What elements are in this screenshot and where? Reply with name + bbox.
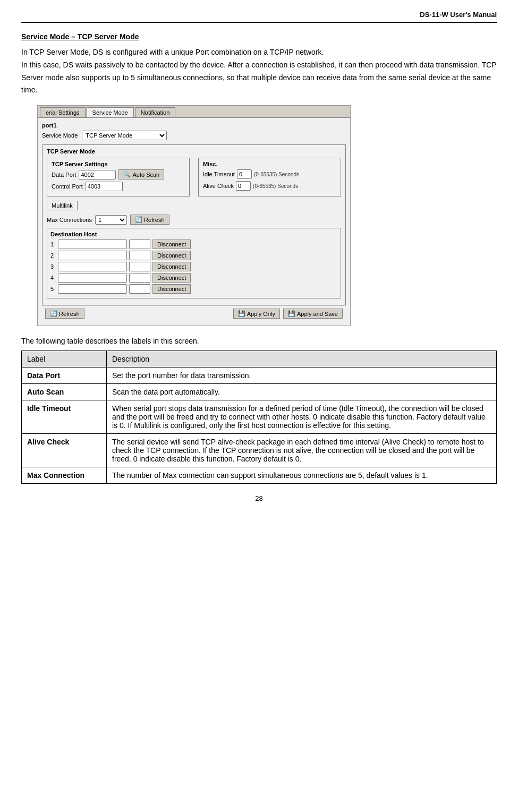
max-connections-row: Max Connections 12345 🔄 Refresh [47, 215, 341, 225]
disconnect-button-2[interactable]: Disconnect [152, 251, 191, 260]
multilink-tab[interactable]: Multilink [47, 201, 78, 210]
dest-port-input-5[interactable] [129, 284, 150, 294]
misc-box: Misc. Idle Timeout (0-65535) Seconds Ali… [198, 158, 341, 196]
max-connections-label: Max Connections [47, 217, 92, 223]
destination-host-title: Destination Host [50, 231, 337, 237]
disconnect-button-4[interactable]: Disconnect [152, 273, 191, 283]
page-number: 28 [21, 494, 497, 502]
tcp-server-label: TCP Server Mode [47, 148, 341, 155]
multilink-tab-area: Multilink [47, 201, 341, 210]
para-1: In TCP Server Mode, DS is configured wit… [21, 48, 324, 56]
dialog-body: port1 Service Mode TCP Server Mode TCP S… [38, 118, 350, 326]
destination-host-box: Destination Host 1 Disconnect 2 Di [47, 228, 341, 298]
apply-only-button[interactable]: 💾 Apply Only [233, 309, 280, 319]
manual-title: DS-11-W User's Manual [420, 11, 497, 19]
tab-notification[interactable]: Notification [135, 107, 175, 117]
auto-scan-button[interactable]: 🔍 Auto Scan [118, 169, 164, 180]
alive-check-label: Alive Check [203, 183, 234, 189]
dest-row-2: 2 Disconnect [50, 251, 337, 260]
dest-row-5: 5 Disconnect [50, 284, 337, 294]
data-table: Label Description Data Port Set the port… [21, 351, 497, 484]
service-mode-select[interactable]: TCP Server Mode [82, 131, 167, 140]
disconnect-button-3[interactable]: Disconnect [152, 262, 191, 271]
table-row: Alive Check The serial device will send … [22, 434, 497, 467]
dest-host-input-4[interactable] [58, 273, 127, 283]
table-row: Auto Scan Scan the data port automatical… [22, 384, 497, 400]
alive-check-row: Alive Check (0-65535) Seconds [203, 181, 336, 191]
idle-timeout-row: Idle Timeout (0-65535) Seconds [203, 169, 336, 179]
dest-num-3: 3 [50, 263, 56, 270]
label-data-port: Data Port [22, 367, 107, 384]
dest-row-4: 4 Disconnect [50, 273, 337, 283]
misc-title: Misc. [203, 161, 336, 167]
desc-auto-scan: Scan the data port automatically. [107, 384, 497, 400]
body-text: In TCP Server Mode, DS is configured wit… [21, 46, 497, 97]
desc-max-connection: The number of Max connection can support… [107, 467, 497, 484]
idle-timeout-range: (0-65535) Seconds [254, 172, 299, 177]
dest-num-5: 5 [50, 286, 56, 292]
dest-host-input-2[interactable] [58, 251, 127, 260]
dest-num-1: 1 [50, 241, 56, 247]
label-auto-scan: Auto Scan [22, 384, 107, 400]
tcp-server-settings: TCP Server Settings Data Port 🔍 Auto Sca… [47, 158, 190, 196]
apply-save-icon: 💾 [288, 310, 295, 317]
refresh-icon-top: 🔄 [135, 216, 142, 223]
dialog-box: erial Settings Service Mode Notification… [37, 105, 351, 326]
desc-data-port: Set the port number for data transmissio… [107, 367, 497, 384]
page-header: DS-11-W User's Manual [21, 11, 497, 23]
control-port-label: Control Port [52, 183, 83, 190]
dest-row-3: 3 Disconnect [50, 262, 337, 271]
dialog-footer: 🔄 Refresh 💾 Apply Only 💾 Apply and Save [42, 305, 346, 321]
para-2: In this case, DS waits passively to be c… [21, 61, 496, 95]
tab-serial-settings[interactable]: erial Settings [40, 107, 86, 117]
refresh-button-top[interactable]: 🔄 Refresh [130, 215, 169, 225]
service-mode-label: Service Mode [42, 132, 78, 139]
dest-host-input-3[interactable] [58, 262, 127, 271]
dest-port-input-4[interactable] [129, 273, 150, 283]
table-row: Idle Timeout When serial port stops data… [22, 400, 497, 434]
table-row: Max Connection The number of Max connect… [22, 467, 497, 484]
data-port-input[interactable] [79, 170, 116, 180]
table-intro: The following table describes the labels… [21, 337, 497, 345]
desc-idle-timeout: When serial port stops data transmission… [107, 400, 497, 434]
refresh-icon-footer: 🔄 [50, 310, 57, 317]
dest-host-input-1[interactable] [58, 240, 127, 249]
dest-num-4: 4 [50, 275, 56, 281]
section-title: Service Mode – TCP Server Mode [21, 32, 497, 41]
alive-check-input[interactable] [236, 181, 251, 191]
max-connections-select[interactable]: 12345 [95, 215, 127, 225]
label-idle-timeout: Idle Timeout [22, 400, 107, 434]
control-port-input[interactable] [86, 182, 123, 191]
idle-timeout-label: Idle Timeout [203, 171, 235, 177]
col-label: Label [22, 351, 107, 367]
desc-alive-check: The serial device will send TCP alive-ch… [107, 434, 497, 467]
tcp-server-box: TCP Server Mode TCP Server Settings Data… [42, 144, 346, 305]
dest-port-input-1[interactable] [129, 240, 150, 249]
label-alive-check: Alive Check [22, 434, 107, 467]
service-mode-row: Service Mode TCP Server Mode [42, 131, 346, 140]
tcp-settings-row: TCP Server Settings Data Port 🔍 Auto Sca… [47, 158, 341, 196]
control-port-row: Control Port [52, 182, 185, 191]
refresh-button-footer[interactable]: 🔄 Refresh [45, 309, 84, 319]
tab-service-mode[interactable]: Service Mode [87, 107, 134, 117]
label-max-connection: Max Connection [22, 467, 107, 484]
disconnect-button-5[interactable]: Disconnect [152, 284, 191, 294]
alive-check-range: (0-65535) Seconds [253, 183, 298, 189]
table-row: Data Port Set the port number for data t… [22, 367, 497, 384]
search-icon: 🔍 [123, 171, 131, 178]
footer-right-buttons: 💾 Apply Only 💾 Apply and Save [233, 309, 343, 319]
idle-timeout-input[interactable] [237, 169, 252, 179]
dest-host-input-5[interactable] [58, 284, 127, 294]
dialog-tabs: erial Settings Service Mode Notification [38, 106, 350, 118]
apply-only-icon: 💾 [238, 310, 245, 317]
apply-save-button[interactable]: 💾 Apply and Save [283, 309, 343, 319]
tcp-settings-title: TCP Server Settings [52, 161, 185, 167]
dest-num-2: 2 [50, 252, 56, 259]
data-port-label: Data Port [52, 172, 76, 178]
col-description: Description [107, 351, 497, 367]
disconnect-button-1[interactable]: Disconnect [152, 240, 191, 249]
dest-port-input-3[interactable] [129, 262, 150, 271]
dest-port-input-2[interactable] [129, 251, 150, 260]
table-header-row: Label Description [22, 351, 497, 367]
port-label: port1 [42, 122, 346, 129]
